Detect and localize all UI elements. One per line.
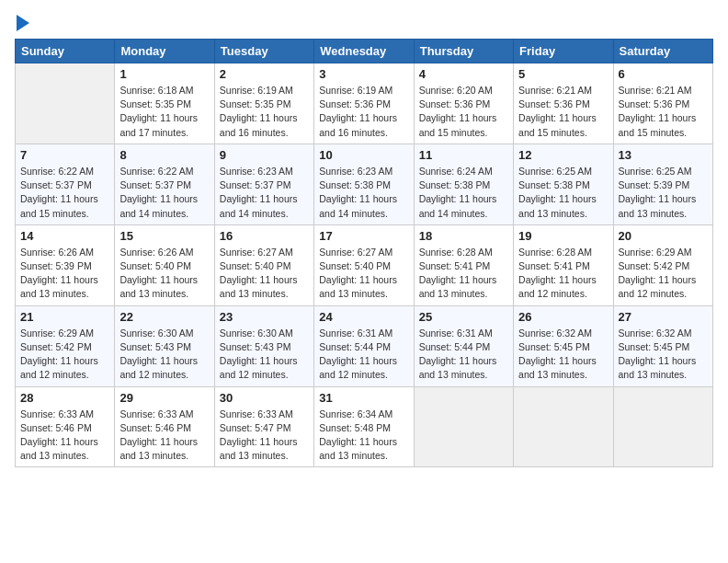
day-info: Sunrise: 6:26 AMSunset: 5:40 PMDaylight:… (119, 246, 209, 302)
header-wednesday: Wednesday (314, 40, 414, 63)
day-number: 3 (319, 67, 408, 81)
logo-arrow-icon (17, 15, 29, 31)
day-info: Sunrise: 6:29 AMSunset: 5:42 PMDaylight:… (619, 246, 708, 302)
header-monday: Monday (115, 40, 214, 63)
calendar-cell: 6Sunrise: 6:21 AMSunset: 5:36 PMDaylight… (613, 63, 712, 144)
day-info: Sunrise: 6:32 AMSunset: 5:45 PMDaylight:… (619, 327, 708, 383)
day-info: Sunrise: 6:23 AMSunset: 5:37 PMDaylight:… (220, 165, 309, 221)
day-info: Sunrise: 6:32 AMSunset: 5:45 PMDaylight:… (518, 327, 608, 383)
week-row-1: 1Sunrise: 6:18 AMSunset: 5:35 PMDaylight… (16, 63, 713, 144)
calendar-cell: 12Sunrise: 6:25 AMSunset: 5:38 PMDayligh… (514, 144, 613, 224)
calendar-cell: 20Sunrise: 6:29 AMSunset: 5:42 PMDayligh… (613, 224, 712, 305)
day-number: 30 (220, 391, 309, 405)
calendar-cell: 1Sunrise: 6:18 AMSunset: 5:35 PMDaylight… (115, 63, 214, 144)
day-info: Sunrise: 6:33 AMSunset: 5:47 PMDaylight:… (220, 408, 309, 464)
day-info: Sunrise: 6:19 AMSunset: 5:35 PMDaylight:… (220, 84, 309, 140)
day-number: 5 (518, 67, 608, 81)
header-thursday: Thursday (414, 40, 513, 63)
calendar-cell (514, 386, 613, 467)
day-number: 19 (518, 229, 608, 243)
day-number: 9 (220, 148, 309, 162)
day-info: Sunrise: 6:27 AMSunset: 5:40 PMDaylight:… (220, 246, 309, 302)
day-info: Sunrise: 6:26 AMSunset: 5:39 PMDaylight:… (20, 246, 109, 302)
calendar-cell: 18Sunrise: 6:28 AMSunset: 5:41 PMDayligh… (414, 224, 513, 305)
day-number: 10 (319, 148, 408, 162)
logo (15, 15, 29, 31)
day-number: 26 (518, 310, 608, 324)
day-number: 12 (518, 148, 608, 162)
header-saturday: Saturday (613, 40, 712, 63)
day-number: 17 (319, 229, 408, 243)
day-info: Sunrise: 6:28 AMSunset: 5:41 PMDaylight:… (518, 246, 608, 302)
day-number: 13 (619, 148, 708, 162)
calendar-table: SundayMondayTuesdayWednesdayThursdayFrid… (15, 39, 713, 467)
day-number: 24 (319, 310, 408, 324)
week-row-4: 21Sunrise: 6:29 AMSunset: 5:42 PMDayligh… (16, 305, 713, 386)
calendar-cell: 30Sunrise: 6:33 AMSunset: 5:47 PMDayligh… (214, 386, 313, 467)
calendar-header: SundayMondayTuesdayWednesdayThursdayFrid… (16, 40, 713, 63)
calendar-cell (613, 386, 712, 467)
week-row-2: 7Sunrise: 6:22 AMSunset: 5:37 PMDaylight… (16, 144, 713, 224)
day-info: Sunrise: 6:22 AMSunset: 5:37 PMDaylight:… (119, 165, 209, 221)
day-number: 27 (619, 310, 708, 324)
calendar-cell: 14Sunrise: 6:26 AMSunset: 5:39 PMDayligh… (16, 224, 115, 305)
calendar-cell: 15Sunrise: 6:26 AMSunset: 5:40 PMDayligh… (115, 224, 214, 305)
day-number: 4 (419, 67, 508, 81)
day-info: Sunrise: 6:27 AMSunset: 5:40 PMDaylight:… (319, 246, 408, 302)
header-tuesday: Tuesday (214, 40, 313, 63)
day-number: 23 (220, 310, 309, 324)
calendar-cell: 23Sunrise: 6:30 AMSunset: 5:43 PMDayligh… (214, 305, 313, 386)
day-number: 1 (119, 67, 209, 81)
day-info: Sunrise: 6:25 AMSunset: 5:38 PMDaylight:… (518, 165, 608, 221)
day-number: 11 (419, 148, 508, 162)
calendar-cell: 22Sunrise: 6:30 AMSunset: 5:43 PMDayligh… (115, 305, 214, 386)
day-number: 31 (319, 391, 408, 405)
week-row-3: 14Sunrise: 6:26 AMSunset: 5:39 PMDayligh… (16, 224, 713, 305)
day-number: 6 (619, 67, 708, 81)
calendar-cell: 9Sunrise: 6:23 AMSunset: 5:37 PMDaylight… (214, 144, 313, 224)
day-info: Sunrise: 6:18 AMSunset: 5:35 PMDaylight:… (119, 84, 209, 140)
day-info: Sunrise: 6:31 AMSunset: 5:44 PMDaylight:… (319, 327, 408, 383)
calendar-cell: 7Sunrise: 6:22 AMSunset: 5:37 PMDaylight… (16, 144, 115, 224)
day-info: Sunrise: 6:34 AMSunset: 5:48 PMDaylight:… (319, 408, 408, 464)
day-number: 7 (20, 148, 109, 162)
header-sunday: Sunday (16, 40, 115, 63)
day-number: 8 (119, 148, 209, 162)
calendar-cell: 11Sunrise: 6:24 AMSunset: 5:38 PMDayligh… (414, 144, 513, 224)
calendar-cell: 16Sunrise: 6:27 AMSunset: 5:40 PMDayligh… (214, 224, 313, 305)
day-info: Sunrise: 6:21 AMSunset: 5:36 PMDaylight:… (518, 84, 608, 140)
week-row-5: 28Sunrise: 6:33 AMSunset: 5:46 PMDayligh… (16, 386, 713, 467)
calendar-cell: 8Sunrise: 6:22 AMSunset: 5:37 PMDaylight… (115, 144, 214, 224)
calendar-cell: 27Sunrise: 6:32 AMSunset: 5:45 PMDayligh… (613, 305, 712, 386)
calendar-cell: 19Sunrise: 6:28 AMSunset: 5:41 PMDayligh… (514, 224, 613, 305)
calendar-cell: 13Sunrise: 6:25 AMSunset: 5:39 PMDayligh… (613, 144, 712, 224)
calendar-cell: 21Sunrise: 6:29 AMSunset: 5:42 PMDayligh… (16, 305, 115, 386)
day-info: Sunrise: 6:25 AMSunset: 5:39 PMDaylight:… (619, 165, 708, 221)
day-info: Sunrise: 6:28 AMSunset: 5:41 PMDaylight:… (419, 246, 508, 302)
day-info: Sunrise: 6:31 AMSunset: 5:44 PMDaylight:… (419, 327, 508, 383)
day-info: Sunrise: 6:22 AMSunset: 5:37 PMDaylight:… (20, 165, 109, 221)
day-info: Sunrise: 6:33 AMSunset: 5:46 PMDaylight:… (119, 408, 209, 464)
day-number: 25 (419, 310, 508, 324)
calendar-cell: 3Sunrise: 6:19 AMSunset: 5:36 PMDaylight… (314, 63, 414, 144)
calendar-cell: 10Sunrise: 6:23 AMSunset: 5:38 PMDayligh… (314, 144, 414, 224)
day-number: 14 (20, 229, 109, 243)
calendar-cell: 28Sunrise: 6:33 AMSunset: 5:46 PMDayligh… (16, 386, 115, 467)
day-info: Sunrise: 6:30 AMSunset: 5:43 PMDaylight:… (220, 327, 309, 383)
day-number: 20 (619, 229, 708, 243)
calendar-cell: 17Sunrise: 6:27 AMSunset: 5:40 PMDayligh… (314, 224, 414, 305)
day-info: Sunrise: 6:29 AMSunset: 5:42 PMDaylight:… (20, 327, 109, 383)
day-number: 2 (220, 67, 309, 81)
day-number: 21 (20, 310, 109, 324)
day-number: 15 (119, 229, 209, 243)
day-info: Sunrise: 6:33 AMSunset: 5:46 PMDaylight:… (20, 408, 109, 464)
calendar-cell: 25Sunrise: 6:31 AMSunset: 5:44 PMDayligh… (414, 305, 513, 386)
day-info: Sunrise: 6:30 AMSunset: 5:43 PMDaylight:… (119, 327, 209, 383)
calendar-cell (414, 386, 513, 467)
calendar-cell: 24Sunrise: 6:31 AMSunset: 5:44 PMDayligh… (314, 305, 414, 386)
calendar-cell (16, 63, 115, 144)
day-info: Sunrise: 6:23 AMSunset: 5:38 PMDaylight:… (319, 165, 408, 221)
day-info: Sunrise: 6:19 AMSunset: 5:36 PMDaylight:… (319, 84, 408, 140)
day-number: 16 (220, 229, 309, 243)
day-number: 22 (119, 310, 209, 324)
